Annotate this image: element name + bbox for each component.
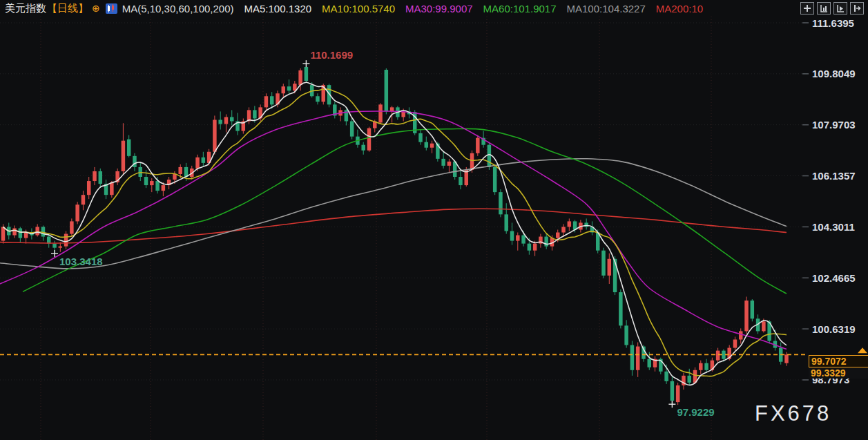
playback-window-button[interactable] <box>833 2 847 15</box>
ma-value: MA60:101.9017 <box>483 3 557 15</box>
instrument-title: 美元指数 <box>5 2 46 15</box>
kline-style-icon[interactable] <box>106 3 117 14</box>
ma-value: MA100:104.3227 <box>567 3 646 15</box>
ma-value: MA200:10 <box>656 3 703 15</box>
collapse-panel-button[interactable] <box>850 2 864 15</box>
chart-header: 美元指数 【日线】 ⊕ MA(5,10,30,60,100,200) MA5:1… <box>0 0 868 17</box>
timeframe-label: 【日线】 <box>47 2 88 15</box>
price-chart-canvas[interactable] <box>0 0 868 440</box>
ma-value: MA30:99.9007 <box>405 3 473 15</box>
ma-values-row: MA5:100.1320MA10:100.5740MA30:99.9007MA6… <box>234 3 704 15</box>
add-indicator-icon[interactable]: ⊕ <box>92 3 100 14</box>
chart-window: 111.6395109.8049107.9703106.1357104.3011… <box>0 0 868 440</box>
split-screen-button[interactable] <box>800 2 814 15</box>
indicator-window-button[interactable] <box>817 2 831 15</box>
ma-overlay-label: MA(5,10,30,60,100,200) <box>122 3 234 15</box>
ma-value: MA10:100.5740 <box>322 3 395 15</box>
ma-value: MA5:100.1320 <box>244 3 312 15</box>
window-controls <box>800 2 864 15</box>
